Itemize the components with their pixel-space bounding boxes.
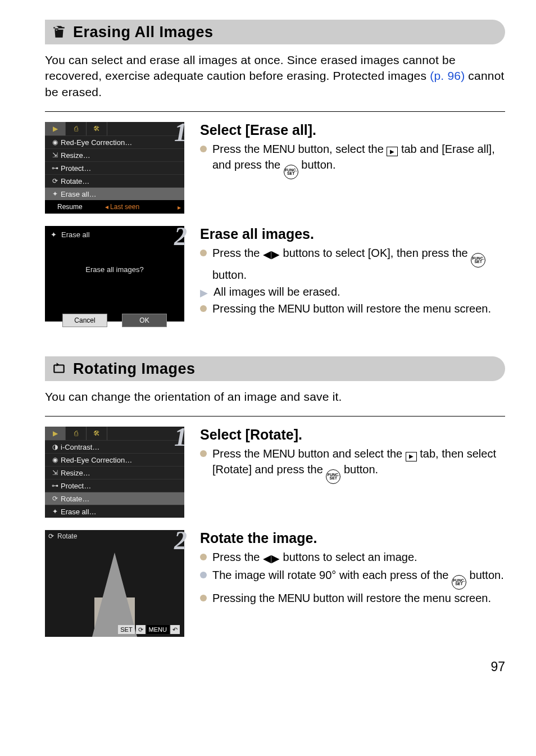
rotate-preview-screenshot: ⟳Rotate SET ⟳ MENU ↶ <box>45 530 184 637</box>
intro-text: You can select and erase all images at o… <box>45 53 456 82</box>
rotate-section-icon <box>45 361 73 376</box>
rotate-chip-icon: ⟳ <box>136 625 146 634</box>
bullet-icon <box>200 250 207 256</box>
func-set-button-icon: FUNC.SET <box>452 575 466 590</box>
menu-row: ⇲Resize… <box>45 148 184 161</box>
menu-screenshot-rotate: ▶ ⎙ 🛠 ◑i-Contrast… ◉Red-Eye Correction… … <box>45 427 184 518</box>
set-chip: SET <box>118 625 134 634</box>
menu-row: ◉Red-Eye Correction… <box>45 453 184 466</box>
func-set-button-icon: FUNC.SET <box>326 469 340 484</box>
resize-icon: ⇲ <box>49 469 61 477</box>
icontrast-icon: ◑ <box>49 443 61 451</box>
step-heading: Select [Rotate]. <box>200 427 505 443</box>
rotate-icon: ⟳ <box>49 495 61 503</box>
menu-row: ⊶Protect… <box>45 479 184 492</box>
menu-row: ⟳Rotate… <box>45 174 184 187</box>
bullet-icon <box>200 572 207 578</box>
intro-erase: You can select and erase all images at o… <box>45 52 505 100</box>
section-header-rotate: Rotating Images <box>45 356 505 381</box>
step-heading: Erase all images. <box>200 226 505 242</box>
step-number-1: 1 <box>174 422 187 452</box>
menu-row: ◑i-Contrast… <box>45 440 184 453</box>
result-arrow-icon: ▶ <box>200 286 208 300</box>
bullet-icon <box>200 146 207 152</box>
eraseall-icon: ✦ <box>49 190 61 198</box>
resize-icon: ⇲ <box>49 151 61 159</box>
menu-footer: Resume ◂ Last seen ▸ <box>45 200 184 214</box>
step-number-2: 2 <box>174 526 187 555</box>
section-header-erase: Erasing All Images <box>45 20 505 44</box>
func-set-button-icon: FUNC.SET <box>471 253 485 268</box>
step-heading: Select [Erase all]. <box>200 122 505 138</box>
play-tab-icon: ▶ <box>387 147 398 156</box>
step2-result: All images will be erased. <box>214 284 340 300</box>
menu-row: ⇲Resize… <box>45 466 184 479</box>
dialog-message: Erase all images? <box>45 243 184 311</box>
bullet-icon <box>200 305 207 312</box>
tab-print-icon: ⎙ <box>66 122 87 135</box>
play-tab-icon: ▶ <box>406 452 417 461</box>
tab-play-icon: ▶ <box>45 122 66 135</box>
step4-text1: Press the ◀▶ buttons to select an image. <box>212 550 417 566</box>
menu-row: ⊶Protect… <box>45 161 184 174</box>
intro-rotate: You can change the orientation of an ima… <box>45 389 505 405</box>
ok-button[interactable]: OK <box>122 314 167 327</box>
protect-icon: ⊶ <box>49 482 61 490</box>
step-heading: Rotate the image. <box>200 530 505 546</box>
step4-text3: Pressing the MENU button will restore th… <box>212 591 491 606</box>
rotate-icon: ⟳ <box>49 177 61 185</box>
menu-button-label: MENU <box>263 143 295 155</box>
cancel-button[interactable]: Cancel <box>62 314 107 327</box>
step-number-2: 2 <box>174 221 187 251</box>
rotate-title: Rotate <box>57 532 77 540</box>
step4-text2: The image will rotate 90° with each pres… <box>212 568 504 590</box>
footer-resume: Resume <box>57 203 83 211</box>
bullet-icon <box>200 595 207 601</box>
menu-button-label: MENU <box>263 447 295 460</box>
redeye-icon: ◉ <box>49 456 61 464</box>
footer-arrow-icon: ▸ <box>178 203 181 211</box>
menu-screenshot-erase: ▶ ⎙ 🛠 ◉Red-Eye Correction… ⇲Resize… ⊶Pro… <box>45 122 184 214</box>
dialog-title: Erase all <box>61 230 90 239</box>
menu-button-label: MENU <box>278 592 310 604</box>
left-right-arrows-icon: ◀▶ <box>263 248 280 260</box>
bullet-icon <box>200 450 207 457</box>
menu-row-selected: ✦Erase all… <box>45 187 184 200</box>
bullet-icon <box>200 554 207 560</box>
eraseall-icon: ✦ <box>51 230 57 239</box>
svg-rect-0 <box>54 365 63 373</box>
func-set-button-icon: FUNC.SET <box>284 165 298 179</box>
dialog-screenshot-erase: ✦Erase all Erase all images? Cancel OK <box>45 226 184 322</box>
tab-print-icon: ⎙ <box>66 427 87 440</box>
section-title-rotate: Rotating Images <box>73 360 196 378</box>
page-ref-link[interactable]: (p. 96) <box>430 69 465 82</box>
tab-play-icon: ▶ <box>45 427 66 440</box>
menu-row-selected: ⟳Rotate… <box>45 492 184 505</box>
step2-text: Press the ◀▶ buttons to select [OK], the… <box>212 246 505 283</box>
divider <box>45 416 505 417</box>
eraseall-icon: ✦ <box>49 508 61 515</box>
step3-text: Press the MENU button and select the ▶ t… <box>212 446 505 484</box>
redeye-icon: ◉ <box>49 138 61 146</box>
section-title-erase: Erasing All Images <box>73 24 214 41</box>
page-number: 97 <box>45 659 505 674</box>
left-right-arrows-icon: ◀▶ <box>263 553 280 564</box>
divider <box>45 111 505 112</box>
erase-all-icon <box>45 25 73 39</box>
tab-tools-icon: 🛠 <box>87 122 107 135</box>
step-number-1: 1 <box>174 117 187 147</box>
church-spire <box>92 553 137 637</box>
step2-text2: Pressing the MENU button will restore th… <box>212 301 491 317</box>
rotate-icon: ⟳ <box>48 532 54 540</box>
menu-row: ◉Red-Eye Correction… <box>45 135 184 148</box>
menu-row: ✦Erase all… <box>45 505 184 518</box>
menu-chip: MENU <box>147 625 169 634</box>
footer-lastseen: ◂ Last seen <box>105 203 139 211</box>
tab-tools-icon: 🛠 <box>87 427 107 440</box>
menu-button-label: MENU <box>278 302 310 315</box>
protect-icon: ⊶ <box>49 164 61 172</box>
step1-text: Press the MENU button, select the ▶ tab … <box>212 142 505 179</box>
back-chip-icon: ↶ <box>170 625 180 634</box>
